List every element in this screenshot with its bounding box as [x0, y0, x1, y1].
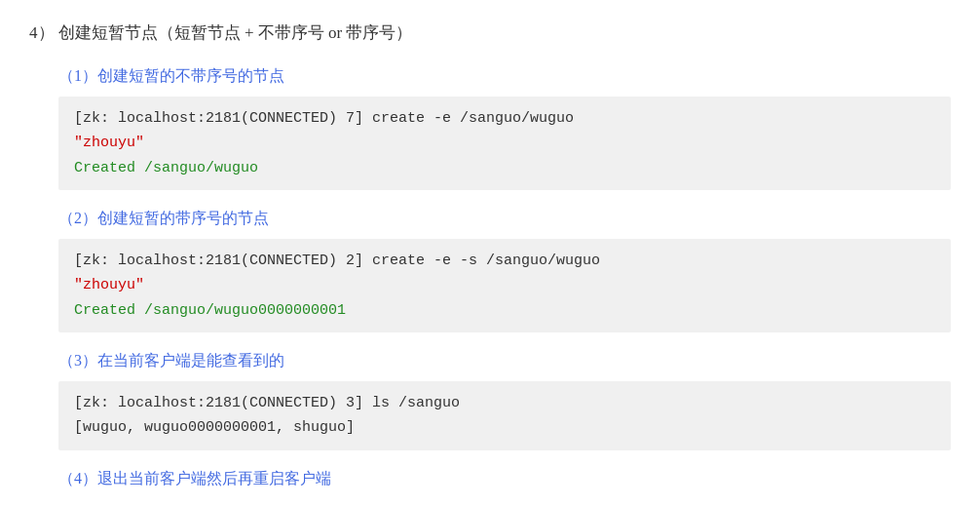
code-normal-3: [wuguo, wuguo0000000001, shuguo]	[74, 419, 355, 436]
sub-title-2: （2）创建短暂的带序号的节点	[58, 206, 951, 231]
code-prompt-1: [zk: localhost:2181(CONNECTED) 7] create…	[74, 110, 574, 127]
section-title: 4） 创建短暂节点（短暂节点 + 不带序号 or 带序号）	[29, 19, 951, 46]
code-string-2: "zhouyu"	[74, 277, 144, 293]
code-line-1-1: [zk: localhost:2181(CONNECTED) 7] create…	[74, 106, 935, 132]
code-prompt-3: [zk: localhost:2181(CONNECTED) 3] ls /sa…	[74, 395, 460, 411]
sub-title-1: （1）创建短暂的不带序号的节点	[58, 63, 951, 89]
code-line-2-2: "zhouyu"	[74, 273, 935, 298]
code-line-3-2: [wuguo, wuguo0000000001, shuguo]	[74, 415, 935, 441]
code-block-2: [zk: localhost:2181(CONNECTED) 2] create…	[58, 239, 951, 333]
sub-title-3: （3）在当前客户端是能查看到的	[58, 348, 951, 373]
code-block-3: [zk: localhost:2181(CONNECTED) 3] ls /sa…	[58, 381, 951, 450]
code-created-1: Created /sanguo/wuguo	[74, 160, 258, 176]
code-line-1-2: "zhouyu"	[74, 131, 935, 156]
code-line-1-3: Created /sanguo/wuguo	[74, 156, 935, 181]
code-block-1: [zk: localhost:2181(CONNECTED) 7] create…	[58, 97, 951, 191]
main-section: 4） 创建短暂节点（短暂节点 + 不带序号 or 带序号） （1）创建短暂的不带…	[29, 19, 951, 491]
sub-section-2: （2）创建短暂的带序号的节点 [zk: localhost:2181(CONNE…	[29, 206, 951, 332]
code-created-2: Created /sanguo/wuguo0000000001	[74, 302, 346, 319]
sub-section-1: （1）创建短暂的不带序号的节点 [zk: localhost:2181(CONN…	[29, 63, 951, 190]
sub-section-3: （3）在当前客户端是能查看到的 [zk: localhost:2181(CONN…	[29, 348, 951, 450]
code-string-1: "zhouyu"	[74, 135, 144, 151]
code-line-2-1: [zk: localhost:2181(CONNECTED) 2] create…	[74, 249, 935, 274]
code-prompt-2: [zk: localhost:2181(CONNECTED) 2] create…	[74, 253, 600, 269]
sub-title-4: （4）退出当前客户端然后再重启客户端	[58, 466, 951, 491]
code-line-3-1: [zk: localhost:2181(CONNECTED) 3] ls /sa…	[74, 391, 935, 416]
code-line-2-3: Created /sanguo/wuguo0000000001	[74, 298, 935, 324]
sub-section-4: （4）退出当前客户端然后再重启客户端	[29, 466, 951, 491]
